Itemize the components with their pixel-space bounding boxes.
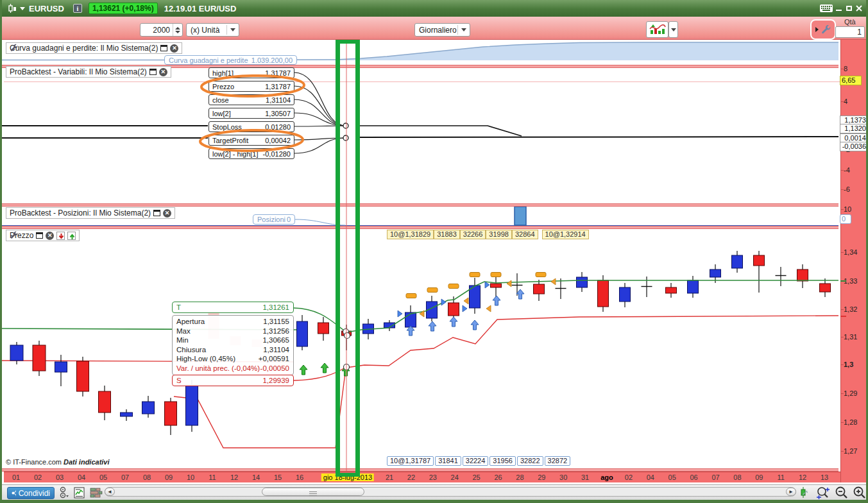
scroll-right-button[interactable]: ► [786,488,796,496]
date-label: 04 [78,473,85,481]
detach-window-icon[interactable] [153,210,160,216]
tooltip-field: High-Low (0,45%) [176,354,235,364]
date-label: 07 [121,473,129,481]
watermark: © IT-Finance.com Dati indicativi [6,458,110,466]
axis-value-badge: -0,0036 [840,142,868,151]
close-panel-icon[interactable]: ✕ [159,68,167,76]
variable-value: 0,00042 [265,137,291,144]
units-mode-dropdown[interactable]: (x) Unità [186,23,239,37]
qty-value: 1 [836,28,864,37]
tooltip-value: -0,00050 [260,364,289,373]
price-axis-column[interactable] [840,40,868,482]
positions-label-text: Posizioni [257,216,285,223]
close-panel-icon[interactable]: ✕ [170,44,178,53]
price-change-badge: 1,13621 (+0,18%) [89,3,158,14]
settings-tab[interactable] [810,19,836,40]
units-mode-value: (x) Unità [187,26,226,35]
date-label: 15 [274,473,282,481]
date-label: 02 [34,473,42,481]
close-panel-icon[interactable]: ✕ [163,209,171,217]
axis-tick-mark [840,393,844,394]
panel-divider[interactable] [2,203,838,207]
minimize-button[interactable] [833,3,844,13]
axis-tick-mark [840,101,844,102]
timeframe-dropdown[interactable]: Giornaliero [414,23,470,37]
date-label: 03 [56,473,64,481]
equity-panel-header[interactable]: Curva guadagni e perdite: Il Mio Sistema… [6,42,182,54]
stop-value: 1,29939 [262,377,289,384]
axis-tick-mark [840,364,844,365]
detach-window-icon[interactable] [160,45,167,51]
candle-tooltip: Apertura 1,31155 Max 1,31256 Min 1,30665… [172,315,294,375]
date-label: 22 [407,473,415,481]
variable-value: 1,31787 [265,83,291,90]
positions-panel-title: ProBacktest - Posizioni: Il Mio Sistema(… [10,209,151,217]
wrench-icon[interactable] [821,24,831,35]
app-window: EURUSD i 1,13621 (+0,18%) 12.19.01 EUR/U… [0,0,868,503]
zoom-in-icon[interactable] [853,486,867,500]
price-panel-title: Prezzo [10,231,33,240]
candlestick-icon[interactable] [7,3,17,13]
symbol-dropdown-caret[interactable] [20,7,25,10]
price-panel-header[interactable]: Prezzo ✕ [6,230,80,241]
maximize-button[interactable] [844,3,854,13]
axis-tick-label: 1,31 [844,333,857,341]
panel-divider[interactable] [2,226,838,229]
variable-label: low[2] 1,30507 [208,108,294,119]
date-label: 07 [711,473,719,481]
scrollbar-thumb[interactable] [262,488,364,496]
order-price-cell: 31841 [435,456,461,466]
variable-label: TargetProfit 0,00042 [208,135,294,146]
zoom-out-icon[interactable] [835,486,849,500]
news-icon[interactable] [74,487,85,499]
date-label: 13 [821,473,828,481]
chart-area[interactable] [4,40,840,482]
close-button[interactable] [854,3,864,13]
scroll-left-button[interactable]: ◄ [105,488,115,496]
order-price-cell: 32872 [545,456,571,466]
collapse-arrow-icon[interactable] [815,27,819,32]
variable-name: Prezzo [212,83,234,90]
chart-style-button[interactable] [646,21,668,38]
target-value: 1,31261 [262,303,289,311]
qty-input[interactable]: 1 [835,26,865,38]
stop-letter: S [176,377,182,384]
axis-tick-label: -4 [844,166,850,174]
units-count-spinner[interactable]: 2000 [140,23,183,37]
tooltip-row: Var. / unità prec. (-0,04%) -0,00050 [173,364,293,373]
axis-tick-label: 4 [844,98,847,105]
positions-label[interactable]: Posizioni 0 [253,214,295,225]
horizontal-scrollbar[interactable]: ◄ ► [105,487,796,497]
equity-curve-label[interactable]: Curva guadagni e perdite 1.039.200,00 [164,55,297,65]
positions-panel-header[interactable]: ProBacktest - Posizioni: Il Mio Sistema(… [6,207,175,219]
order-price-cell: 32822 [517,456,543,466]
close-panel-icon[interactable]: ✕ [46,232,54,240]
share-button[interactable]: Condividi [7,487,55,499]
keyboard-icon[interactable] [819,4,833,13]
tooltip-value: 1,30665 [262,336,289,345]
chart-style-caret[interactable] [668,21,678,38]
zoom-select-icon[interactable] [815,486,831,500]
axis-value-badge: 1,1320 [840,124,868,133]
candle-settings-icon[interactable] [799,486,812,499]
detach-window-icon[interactable] [36,232,43,239]
units-spinner-arrows[interactable] [173,24,182,36]
chart-toolbar: 2000 (x) Unità Giornaliero [2,17,868,40]
stop-level-label: S 1,29939 [172,375,294,386]
units-count-value[interactable]: 2000 [140,26,173,35]
detach-window-icon[interactable] [149,69,157,75]
variables-panel-header[interactable]: ProBacktest - Variabili: Il Mio Sistema(… [6,66,171,78]
positions-value: 0 [287,216,291,223]
tooltip-row: High-Low (0,45%) +0,00591 [173,354,293,364]
volume-profile-icon[interactable] [90,487,103,499]
axis-tick-label: 1,29 [844,389,857,397]
info-icon[interactable]: i [73,4,82,13]
timeframe-value: Giornaliero [415,26,457,35]
axis-tick-label: 8 [844,65,847,72]
tooltip-field: Apertura [176,317,205,327]
symbol-name[interactable]: EURUSD [29,4,64,13]
buy-arrow-icon[interactable] [67,232,76,240]
link-objects-icon[interactable] [58,486,70,499]
axis-tick-label: 1,32 [844,305,857,313]
sell-arrow-icon[interactable] [56,232,65,240]
